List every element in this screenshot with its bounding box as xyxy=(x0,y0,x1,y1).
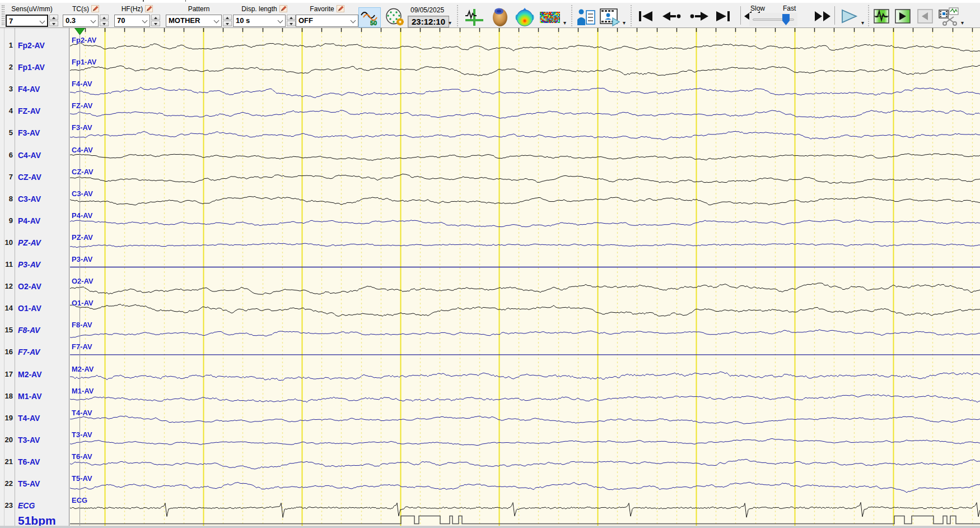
channel-row-pz-av[interactable]: 10PZ-AV xyxy=(0,238,69,248)
spinner-up-button[interactable] xyxy=(100,15,109,20)
spinner-down-button[interactable] xyxy=(223,21,232,26)
param-select[interactable]: MOTHER xyxy=(166,15,222,27)
channel-row-cz-av[interactable]: 7CZ-AV xyxy=(0,173,69,183)
slider-thumb[interactable] xyxy=(782,14,790,25)
eeg-trace-area[interactable]: Fp2-AVFp1-AVF4-AVFZ-AVF3-AVC4-AVCZ-AVC3-… xyxy=(70,28,980,528)
channel-number: 3 xyxy=(0,85,13,93)
param-field-sens-uv-mm-: Sens(uV/mm)7 xyxy=(6,3,58,27)
step-back-button[interactable] xyxy=(659,8,684,25)
spinner-up-button[interactable] xyxy=(151,15,160,20)
spinner-up-button[interactable] xyxy=(287,15,296,20)
step-forward-button[interactable] xyxy=(687,8,712,25)
edit-pencil-icon[interactable] xyxy=(91,5,99,12)
param-field-disp-length: Disp. length10 s xyxy=(233,3,296,27)
head-model-button[interactable] xyxy=(488,7,512,27)
channel-row-o2-av[interactable]: 12O2-AV xyxy=(0,282,69,292)
channel-row-t6-av[interactable]: 21T6-AV xyxy=(0,457,69,467)
skip-to-start-button[interactable] xyxy=(635,8,656,25)
topo-map-button[interactable] xyxy=(513,7,536,27)
trace-label-m1-av: M1-AV xyxy=(72,387,94,395)
play-button[interactable] xyxy=(838,8,860,25)
edit-pencil-icon[interactable] xyxy=(279,5,287,12)
edit-pencil-icon[interactable] xyxy=(337,5,344,12)
param-label: HF(Hz) xyxy=(114,5,160,13)
play-overflow-arrow[interactable]: ▾ xyxy=(861,20,864,26)
chevron-down-icon xyxy=(40,18,45,24)
skip-to-end-icon xyxy=(715,11,731,22)
spinner-up-button[interactable] xyxy=(49,15,58,20)
channel-label: T6-AV xyxy=(18,457,40,466)
channel-label: C4-AV xyxy=(18,151,41,160)
fast-forward-button[interactable] xyxy=(813,8,832,25)
param-select[interactable]: 10 s xyxy=(233,15,286,27)
trace-label-fp2-av: Fp2-AV xyxy=(72,36,97,44)
trace-axes-icon xyxy=(464,8,484,27)
skip-to-end-button[interactable] xyxy=(712,8,734,25)
slider-track[interactable] xyxy=(749,13,797,26)
clip-cut-button[interactable] xyxy=(937,8,960,25)
channel-row-fp1-av[interactable]: 2Fp1-AV xyxy=(0,63,69,73)
channel-row-t5-av[interactable]: 22T5-AV xyxy=(0,479,69,489)
edit-pencil-icon[interactable] xyxy=(145,5,153,12)
param-spinner xyxy=(287,15,296,27)
slider-slow-label: Slow xyxy=(750,4,765,12)
spinner-down-button[interactable] xyxy=(100,21,109,26)
patient-info-button[interactable] xyxy=(576,7,597,27)
channel-row-ecg[interactable]: 23ECG xyxy=(0,501,69,511)
spinner-down-button[interactable] xyxy=(49,21,58,26)
overview-trace-button[interactable] xyxy=(872,8,890,25)
channel-row-c3-av[interactable]: 8C3-AV xyxy=(0,194,69,205)
trace-label-pz-av: PZ-AV xyxy=(72,233,93,242)
channel-label: Fp1-AV xyxy=(18,63,45,72)
param-select[interactable]: 70 xyxy=(114,15,150,27)
channel-label: P4-AV xyxy=(18,216,40,225)
channel-row-f4-av[interactable]: 3F4-AV xyxy=(0,85,69,95)
overview-trace-icon xyxy=(874,9,889,24)
channel-row-m1-av[interactable]: 18M1-AV xyxy=(0,392,69,402)
montage-setup-button[interactable] xyxy=(383,7,405,27)
channel-number: 8 xyxy=(0,194,13,203)
toolbar-grip[interactable] xyxy=(2,5,4,25)
eeg-viewer-window: Sens(uV/mm)7TC(s)0.3HF(Hz)70PatternMOTHE… xyxy=(0,0,980,528)
separator xyxy=(571,5,573,26)
channel-row-o1-av[interactable]: 14O1-AV xyxy=(0,304,69,314)
spectrogram-button[interactable] xyxy=(538,7,562,27)
channel-row-p4-av[interactable]: 9P4-AV xyxy=(0,216,69,226)
channel-row-t3-av[interactable]: 20T3-AV xyxy=(0,436,69,446)
trace-review-button[interactable] xyxy=(463,7,486,27)
param-select[interactable]: OFF xyxy=(296,15,358,27)
channel-number: 11 xyxy=(0,260,13,268)
separator xyxy=(631,5,633,26)
trace-label-f8-av: F8-AV xyxy=(72,321,92,329)
spinner-up-button[interactable] xyxy=(223,15,232,20)
trace-label-f7-av: F7-AV xyxy=(72,342,92,351)
param-label: Favorite xyxy=(296,5,358,13)
channel-row-m2-av[interactable]: 17M2-AV xyxy=(0,370,69,380)
channel-number: 18 xyxy=(0,392,13,400)
channel-number: 23 xyxy=(0,501,13,510)
time-overflow-arrow[interactable]: ▾ xyxy=(449,20,451,26)
analysis-overflow-arrow[interactable]: ▾ xyxy=(563,20,566,26)
spinner-down-button[interactable] xyxy=(287,21,296,26)
eeg-canvas[interactable] xyxy=(70,28,980,528)
param-spinner xyxy=(151,15,160,27)
notch-filter-button[interactable]: 50 xyxy=(358,7,381,27)
param-select[interactable]: 7 xyxy=(6,15,48,27)
channel-row-fp2-av[interactable]: 1Fp2-AV xyxy=(0,41,69,51)
channel-row-f3-av[interactable]: 5F3-AV xyxy=(0,128,69,138)
channel-row-p3-av[interactable]: 11P3-AV xyxy=(0,260,69,270)
channel-row-f8-av[interactable]: 15F8-AV xyxy=(0,326,69,336)
spinner-down-button[interactable] xyxy=(151,21,160,26)
channel-row-f7-av[interactable]: 16F7-AV xyxy=(0,348,69,358)
param-select[interactable]: 0.3 xyxy=(63,15,99,27)
clip-overflow-arrow[interactable]: ▾ xyxy=(961,20,964,26)
play-segment-button[interactable] xyxy=(894,8,912,25)
current-time[interactable]: 23:12:10 xyxy=(408,16,449,27)
video-overflow-arrow[interactable]: ▾ xyxy=(623,20,626,26)
channel-row-t4-av[interactable]: 19T4-AV xyxy=(0,414,69,424)
channel-label: O1-AV xyxy=(18,304,41,313)
channel-row-c4-av[interactable]: 6C4-AV xyxy=(0,151,69,161)
param-field-tc-s-: TC(s)0.3 xyxy=(63,3,109,27)
video-review-button[interactable] xyxy=(598,7,622,27)
channel-row-fz-av[interactable]: 4FZ-AV xyxy=(0,106,69,117)
